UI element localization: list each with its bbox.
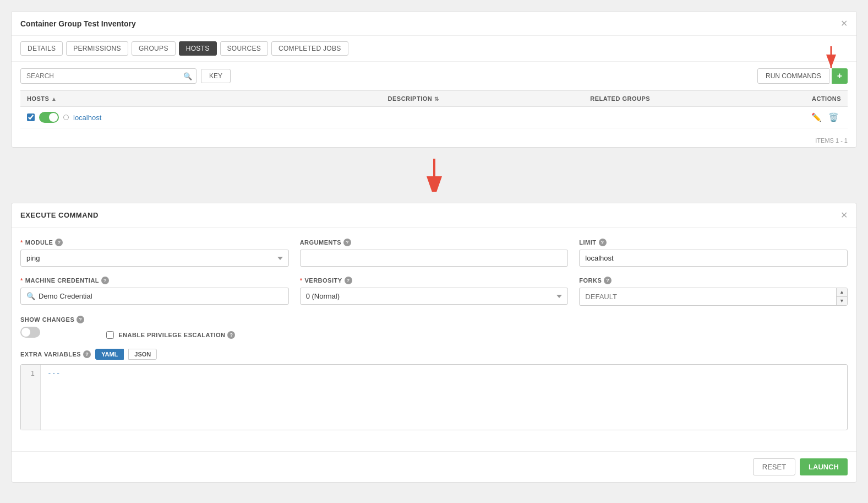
description-cell	[310, 107, 517, 128]
verbosity-select[interactable]: 0 (Normal) 1 (Verbose) 2 (More Verbose)	[300, 288, 569, 305]
limit-label: LIMIT ?	[579, 239, 848, 246]
host-status-circle	[63, 115, 69, 120]
credential-label: * MACHINE CREDENTIAL ?	[20, 277, 289, 284]
execute-close-icon[interactable]: ✕	[840, 210, 848, 220]
arguments-input[interactable]	[300, 250, 569, 267]
credential-search-icon: 🔍	[26, 292, 35, 300]
down-arrow-svg	[423, 159, 445, 192]
forks-down-button[interactable]: ▼	[837, 297, 847, 305]
verbosity-help-icon[interactable]: ?	[345, 277, 352, 284]
search-left: 🔍 KEY	[20, 68, 231, 84]
key-button[interactable]: KEY	[201, 69, 231, 83]
show-changes-row: SHOW CHANGES ? ENABLE PRIVILEGE ESCALATI…	[20, 316, 848, 339]
privilege-group: ENABLE PRIVILEGE ESCALATION ?	[106, 316, 235, 339]
search-right: RUN COMMANDS +	[757, 68, 848, 84]
forks-label: FORKS ?	[579, 277, 848, 284]
limit-help-icon[interactable]: ?	[599, 239, 607, 246]
col-actions: ACTIONS	[724, 91, 848, 107]
module-label: * MODULE ?	[20, 239, 289, 246]
code-content[interactable]: ---	[41, 365, 847, 430]
panel-title: Container Group Test Inventory	[20, 19, 136, 28]
hosts-sort-icon[interactable]: ▲	[51, 96, 57, 102]
tab-permissions[interactable]: PERMISSIONS	[66, 41, 128, 56]
table-row: localhost ✏️ 🗑️	[20, 107, 848, 128]
execute-header: EXECUTE COMMAND ✕	[12, 203, 856, 228]
host-toggle[interactable]	[39, 112, 59, 123]
privilege-help-icon[interactable]: ?	[227, 331, 235, 339]
module-help-icon[interactable]: ?	[55, 239, 63, 246]
arrow-divider	[11, 159, 857, 192]
code-editor[interactable]: 1 ---	[20, 364, 848, 430]
verbosity-required: *	[300, 277, 303, 284]
groups-cell	[517, 107, 724, 128]
module-required: *	[20, 239, 23, 246]
host-cell: localhost	[27, 112, 303, 123]
show-changes-help-icon[interactable]: ?	[77, 316, 84, 323]
arguments-help-icon[interactable]: ?	[343, 239, 351, 246]
extra-vars-header: EXTRA VARIABLES ? YAML JSON	[20, 349, 848, 360]
execute-panel: EXECUTE COMMAND ✕ * MODULE ? ping comman…	[11, 203, 857, 483]
module-group: * MODULE ? ping command shell	[20, 239, 289, 267]
credential-group: * MACHINE CREDENTIAL ? 🔍	[20, 277, 289, 306]
col-related-groups: RELATED GROUPS	[517, 91, 724, 107]
privilege-checkbox[interactable]	[106, 331, 114, 339]
credential-help-icon[interactable]: ?	[101, 277, 109, 284]
actions-cell: ✏️ 🗑️	[724, 107, 848, 128]
col-hosts: HOSTS ▲	[20, 91, 310, 107]
forks-up-button[interactable]: ▲	[837, 288, 847, 297]
form-row-2: * MACHINE CREDENTIAL ? 🔍 * VERBOSITY ?	[20, 277, 848, 306]
arguments-label: ARGUMENTS ?	[300, 239, 569, 246]
credential-input-wrapper: 🔍	[20, 288, 289, 305]
forks-input-wrapper: ▲ ▼	[579, 288, 848, 306]
table-wrapper: HOSTS ▲ DESCRIPTION ⇅ RELATED GROUPS ACT…	[12, 90, 856, 134]
show-changes-toggle[interactable]	[20, 327, 40, 338]
host-checkbox[interactable]	[27, 113, 35, 121]
panel-header: Container Group Test Inventory ✕	[12, 12, 856, 36]
col-description: DESCRIPTION ⇅	[310, 91, 517, 107]
credential-input[interactable]	[39, 288, 283, 304]
launch-button[interactable]: LAUNCH	[800, 458, 848, 475]
module-select[interactable]: ping command shell	[20, 250, 289, 267]
tab-hosts[interactable]: HOSTS	[179, 41, 217, 56]
search-input[interactable]	[20, 68, 196, 84]
execute-title: EXECUTE COMMAND	[20, 211, 99, 219]
forks-input[interactable]	[580, 289, 836, 305]
privilege-label: ENABLE PRIVILEGE ESCALATION ?	[118, 331, 235, 339]
tab-completed-jobs[interactable]: COMPLETED JOBS	[271, 41, 348, 56]
tab-details[interactable]: DETAILS	[20, 41, 63, 56]
yaml-button[interactable]: YAML	[95, 349, 124, 360]
extra-vars-help-icon[interactable]: ?	[83, 350, 91, 358]
limit-input[interactable]	[579, 250, 848, 267]
extra-vars-label: EXTRA VARIABLES ?	[20, 350, 91, 358]
execute-body: * MODULE ? ping command shell ARGUMENTS …	[12, 228, 856, 451]
desc-sort-icon[interactable]: ⇅	[434, 96, 439, 102]
extra-variables-section: EXTRA VARIABLES ? YAML JSON 1 ---	[20, 349, 848, 430]
delete-host-button[interactable]: 🗑️	[826, 111, 841, 123]
show-changes-group: SHOW CHANGES ?	[20, 316, 84, 338]
line-numbers: 1	[21, 365, 41, 430]
tab-sources[interactable]: SOURCES	[220, 41, 268, 56]
arrow-annotation	[804, 44, 842, 71]
forks-group: FORKS ? ▲ ▼	[579, 277, 848, 306]
credential-required: *	[20, 277, 23, 284]
search-bar: 🔍 KEY RUN COMMANDS +	[12, 62, 856, 90]
show-changes-label: SHOW CHANGES ?	[20, 316, 84, 323]
search-input-wrapper: 🔍	[20, 68, 196, 84]
reset-button[interactable]: RESET	[753, 458, 795, 475]
limit-group: LIMIT ?	[579, 239, 848, 267]
close-icon[interactable]: ✕	[840, 18, 848, 29]
arguments-group: ARGUMENTS ?	[300, 239, 569, 267]
forks-spinners: ▲ ▼	[836, 288, 847, 305]
execute-footer: RESET LAUNCH	[12, 451, 856, 482]
verbosity-group: * VERBOSITY ? 0 (Normal) 1 (Verbose) 2 (…	[300, 277, 569, 306]
form-row-1: * MODULE ? ping command shell ARGUMENTS …	[20, 239, 848, 267]
search-icon: 🔍	[183, 72, 192, 80]
host-link[interactable]: localhost	[73, 113, 101, 122]
tab-groups[interactable]: GROUPS	[132, 41, 176, 56]
forks-help-icon[interactable]: ?	[604, 277, 612, 284]
verbosity-label: * VERBOSITY ?	[300, 277, 569, 284]
edit-host-button[interactable]: ✏️	[809, 111, 824, 123]
json-button[interactable]: JSON	[128, 349, 157, 360]
inventory-panel: Container Group Test Inventory ✕ DETAILS…	[11, 11, 857, 148]
tabs-bar: DETAILS PERMISSIONS GROUPS HOSTS SOURCES…	[12, 36, 856, 62]
